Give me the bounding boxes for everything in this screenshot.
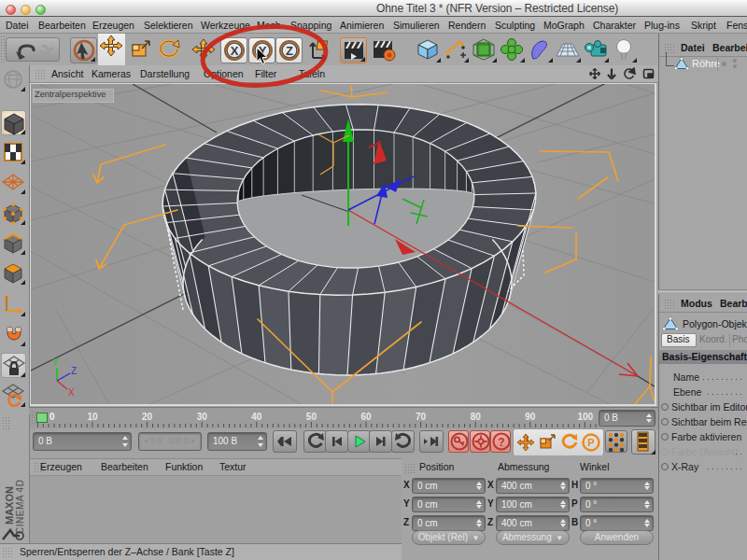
svg-text:X: X: [68, 387, 75, 398]
svg-text:Z: Z: [286, 44, 293, 58]
svg-text:X: X: [231, 44, 239, 58]
svg-text:Y: Y: [52, 357, 59, 368]
svg-text:Z: Z: [71, 366, 77, 376]
svg-text:P: P: [588, 437, 595, 448]
svg-text:?: ?: [499, 436, 505, 449]
